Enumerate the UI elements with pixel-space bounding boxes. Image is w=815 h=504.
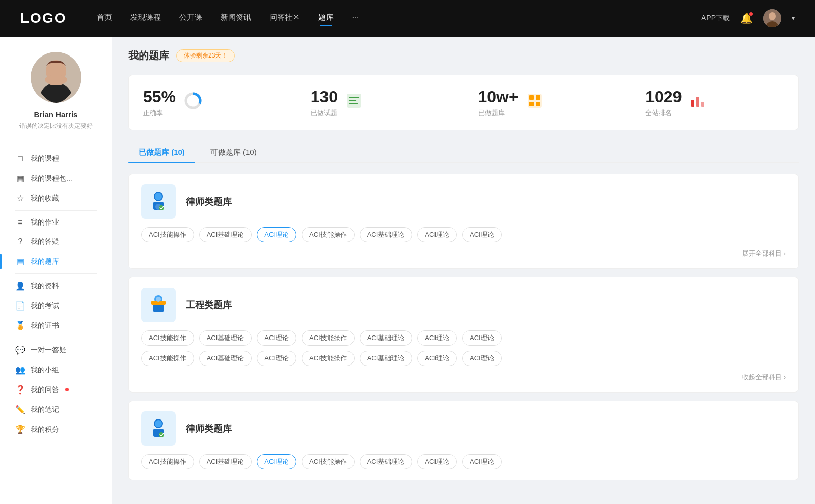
certificate-icon: 🏅 xyxy=(15,321,25,330)
sidebar-item-question-bank[interactable]: ▤ 我的题库 xyxy=(0,251,112,271)
main-content: 我的题库 体验剩余23天！ 55% 正确率 130 xyxy=(112,37,815,504)
sidebar-item-profile[interactable]: 👤 我的资料 xyxy=(0,276,112,296)
notification-bell-icon[interactable]: 🔔 xyxy=(740,12,753,24)
svg-rect-10 xyxy=(349,97,359,98)
stat-accuracy-label: 正确率 xyxy=(143,108,176,118)
user-avatar[interactable] xyxy=(763,9,781,27)
sidebar-item-label: 我的作业 xyxy=(31,218,59,227)
nav-more[interactable]: ··· xyxy=(352,13,359,24)
tag-item[interactable]: ACI理论 xyxy=(257,330,296,346)
tag-item-selected[interactable]: ACI理论 xyxy=(257,454,296,469)
stat-accuracy-text: 55% 正确率 xyxy=(143,88,176,118)
sidebar-item-notes[interactable]: ✏️ 我的笔记 xyxy=(0,400,112,419)
tag-item[interactable]: ACI基础理论 xyxy=(360,227,413,242)
tag-item[interactable]: ACI技能操作 xyxy=(302,330,355,346)
one-on-one-icon: 💬 xyxy=(15,345,25,355)
qbank-card-engineer: 工程类题库 ACI技能操作 ACI基础理论 ACI理论 ACI技能操作 ACI基… xyxy=(128,277,799,393)
tag-item[interactable]: ACI理论 xyxy=(417,227,457,242)
tag-item[interactable]: ACI基础理论 xyxy=(199,227,252,242)
nav-news[interactable]: 新闻资讯 xyxy=(221,13,251,24)
sidebar-item-certificate[interactable]: 🏅 我的证书 xyxy=(0,316,112,335)
exam-icon: 📄 xyxy=(15,301,25,311)
tag-item[interactable]: ACI技能操作 xyxy=(302,227,355,242)
qbank-icon-engineer xyxy=(141,288,176,322)
sidebar-item-label: 我的证书 xyxy=(31,321,59,330)
sidebar-item-course-pack[interactable]: ▦ 我的课程包... xyxy=(0,169,112,188)
tag-item[interactable]: ACI理论 xyxy=(462,227,502,242)
tag-item[interactable]: ACI理论 xyxy=(417,454,457,469)
sidebar-item-homework[interactable]: ≡ 我的作业 xyxy=(0,213,112,232)
homework-icon: ≡ xyxy=(15,218,25,227)
tag-item-selected[interactable]: ACI理论 xyxy=(257,227,296,242)
tab-available-banks[interactable]: 可做题库 (10) xyxy=(200,143,267,162)
sidebar-item-exam[interactable]: 📄 我的考试 xyxy=(0,296,112,316)
sidebar-item-points[interactable]: 🏆 我的积分 xyxy=(0,419,112,439)
nav-discover[interactable]: 发现课程 xyxy=(130,13,161,24)
svg-rect-19 xyxy=(696,97,699,107)
sidebar-item-label: 我的小组 xyxy=(31,366,59,375)
tag-item[interactable]: ACI技能操作 xyxy=(141,351,194,366)
tag-item[interactable]: ACI基础理论 xyxy=(199,454,252,469)
sidebar-item-label: 我的课程 xyxy=(31,154,59,163)
page-header: 我的题库 体验剩余23天！ xyxy=(128,49,799,63)
tag-item[interactable]: ACI理论 xyxy=(462,454,502,469)
tag-item[interactable]: ACI理论 xyxy=(257,351,296,366)
table-icon xyxy=(527,93,543,113)
sidebar-item-label: 我的积分 xyxy=(31,425,59,434)
qbank-title-text-3: 律师类题库 xyxy=(186,423,232,435)
stat-questions-value: 130 xyxy=(311,88,338,106)
page-wrapper: Brian Harris 错误的决定比没有决定要好 □ 我的课程 ▦ 我的课程包… xyxy=(0,0,815,504)
qbank-icon-lawyer xyxy=(141,184,176,219)
tag-item[interactable]: ACI技能操作 xyxy=(302,351,355,366)
sidebar-item-group[interactable]: 👥 我的小组 xyxy=(0,360,112,380)
page-title: 我的题库 xyxy=(128,49,169,63)
qbank-footer-1: 展开全部科目 › xyxy=(141,248,786,258)
sidebar: Brian Harris 错误的决定比没有决定要好 □ 我的课程 ▦ 我的课程包… xyxy=(0,37,112,504)
stat-banks-text: 10w+ 已做题库 xyxy=(478,88,519,118)
navbar-right: APP下载 🔔 ▾ xyxy=(701,9,795,27)
tab-done-banks[interactable]: 已做题库 (10) xyxy=(128,143,195,162)
svg-rect-18 xyxy=(691,100,694,107)
sidebar-divider-2 xyxy=(15,210,97,211)
nav-menu: 首页 发现课程 公开课 新闻资讯 问答社区 题库 ··· xyxy=(97,13,701,24)
tag-item[interactable]: ACI基础理论 xyxy=(199,330,252,346)
list-icon xyxy=(346,93,362,113)
svg-point-6 xyxy=(45,75,67,85)
qbank-tags-2-row2: ACI技能操作 ACI基础理论 ACI理论 ACI技能操作 ACI基础理论 AC… xyxy=(141,351,786,366)
nav-qa[interactable]: 问答社区 xyxy=(269,13,300,24)
sidebar-item-my-course[interactable]: □ 我的课程 xyxy=(0,149,112,169)
qbank-card-header-3: 律师类题库 xyxy=(141,411,786,446)
nav-home[interactable]: 首页 xyxy=(97,13,112,24)
nav-open-course[interactable]: 公开课 xyxy=(179,13,202,24)
logo[interactable]: LOGO xyxy=(20,10,66,26)
sidebar-avatar xyxy=(31,52,82,103)
tag-item[interactable]: ACI技能操作 xyxy=(141,330,194,346)
tag-item[interactable]: ACI理论 xyxy=(417,351,457,366)
nav-question-bank[interactable]: 题库 xyxy=(318,13,334,24)
svg-point-30 xyxy=(156,297,161,302)
tag-item[interactable]: ACI基础理论 xyxy=(360,454,413,469)
collapse-button-2[interactable]: 收起全部科目 › xyxy=(742,373,786,381)
app-download-link[interactable]: APP下载 xyxy=(701,14,730,23)
svg-point-23 xyxy=(155,193,162,200)
tag-item[interactable]: ACI理论 xyxy=(417,330,457,346)
qbank-title-2: 工程类题库 xyxy=(186,299,232,311)
chevron-down-icon[interactable]: ▾ xyxy=(792,15,795,22)
sidebar-item-my-qa[interactable]: ❓ 我的问答 xyxy=(0,380,112,400)
stats-row: 55% 正确率 130 已做试题 xyxy=(128,75,799,130)
sidebar-divider-3 xyxy=(15,273,97,274)
sidebar-item-favorites[interactable]: ☆ 我的收藏 xyxy=(0,188,112,208)
tag-item[interactable]: ACI基础理论 xyxy=(360,330,413,346)
tag-item[interactable]: ACI技能操作 xyxy=(302,454,355,469)
tag-item[interactable]: ACI理论 xyxy=(462,351,502,366)
tag-item[interactable]: ACI技能操作 xyxy=(141,227,194,242)
tag-item[interactable]: ACI理论 xyxy=(462,330,502,346)
tag-item[interactable]: ACI基础理论 xyxy=(199,351,252,366)
qbank-title-1: 律师类题库 xyxy=(186,195,232,208)
sidebar-item-1on1[interactable]: 💬 一对一答疑 xyxy=(0,340,112,360)
tag-item[interactable]: ACI技能操作 xyxy=(141,454,194,469)
sidebar-item-qa[interactable]: ? 我的答疑 xyxy=(0,232,112,251)
expand-button-1[interactable]: 展开全部科目 › xyxy=(742,249,786,257)
stat-banks-label: 已做题库 xyxy=(478,108,519,118)
tag-item[interactable]: ACI基础理论 xyxy=(360,351,413,366)
